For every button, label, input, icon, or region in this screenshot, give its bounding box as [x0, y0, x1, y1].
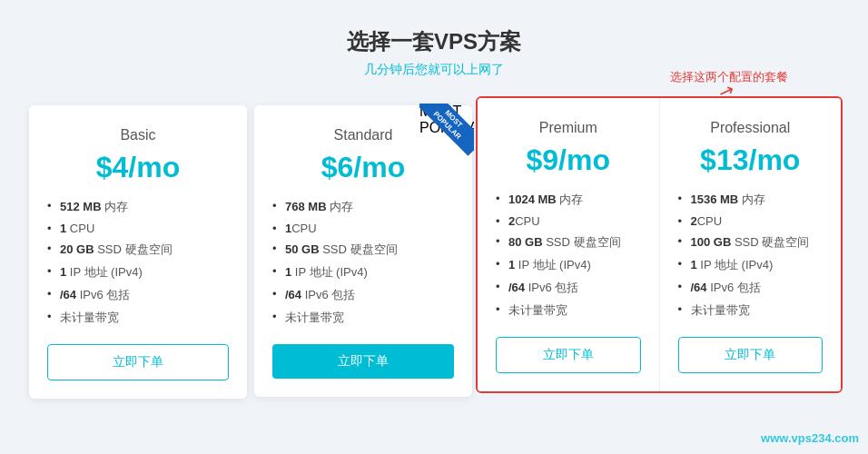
badge-ribbon-text: MOSTPOPULAR: [419, 104, 474, 156]
plans-container: 选择这两个配置的套餐 ↙ Basic $4/mo 512 MB 内存 1 CPU…: [25, 96, 843, 408]
plan-price-professional: $13/mo: [678, 143, 824, 177]
feature-item: 50 GB SSD 硬盘空间: [272, 242, 454, 258]
plan-card-professional: Professional $13/mo 1536 MB 内存 2CPU 100 …: [659, 98, 842, 391]
feature-item: 1 IP 地址 (IPv4): [496, 257, 641, 273]
feature-item: 512 MB 内存: [47, 199, 229, 215]
order-button-premium[interactable]: 立即下单: [496, 337, 641, 373]
plan-name-premium: Premium: [496, 120, 641, 136]
feature-item: 80 GB SSD 硬盘空间: [496, 234, 641, 251]
plan-features-basic: 512 MB 内存 1 CPU 20 GB SSD 硬盘空间 1 IP 地址 (…: [47, 199, 229, 326]
feature-item: 2CPU: [496, 214, 641, 228]
most-popular-badge: MOSTPOPULAR: [419, 104, 474, 158]
plan-card-basic: Basic $4/mo 512 MB 内存 1 CPU 20 GB SSD 硬盘…: [29, 105, 247, 399]
order-button-standard[interactable]: 立即下单: [272, 344, 454, 379]
plan-card-standard: MOSTPOPULAR Standard $6/mo 768 MB 内存 1CP…: [254, 105, 472, 397]
feature-item: 未计量带宽: [272, 310, 454, 326]
feature-item: 100 GB SSD 硬盘空间: [678, 234, 824, 251]
feature-item: 未计量带宽: [496, 302, 641, 319]
order-button-professional[interactable]: 立即下单: [678, 337, 824, 373]
page-title: 选择一套VPS方案: [347, 27, 521, 56]
watermark: www.vps234.com: [761, 431, 859, 445]
feature-item: 1 IP 地址 (IPv4): [678, 257, 824, 273]
plan-features-premium: 1024 MB 内存 2CPU 80 GB SSD 硬盘空间 1 IP 地址 (…: [496, 192, 641, 319]
plan-features-standard: 768 MB 内存 1CPU 50 GB SSD 硬盘空间 1 IP 地址 (I…: [272, 199, 454, 326]
page-subtitle: 几分钟后您就可以上网了: [364, 62, 504, 78]
feature-item: 2CPU: [678, 214, 824, 228]
plan-name-basic: Basic: [47, 127, 229, 143]
plan-price-basic: $4/mo: [47, 151, 229, 184]
feature-item: 未计量带宽: [678, 302, 824, 319]
feature-item: /64 IPv6 包括: [496, 280, 641, 296]
feature-item: 1536 MB 内存: [678, 192, 824, 208]
plan-features-professional: 1536 MB 内存 2CPU 100 GB SSD 硬盘空间 1 IP 地址 …: [678, 192, 824, 319]
feature-item: 768 MB 内存: [272, 199, 454, 215]
highlighted-plans-group: Premium $9/mo 1024 MB 内存 2CPU 80 GB SSD …: [476, 96, 843, 393]
feature-item: /64 IPv6 包括: [47, 287, 229, 303]
feature-item: 1024 MB 内存: [496, 192, 641, 208]
feature-item: 1 CPU: [47, 222, 229, 235]
feature-item: 20 GB SSD 硬盘空间: [47, 242, 229, 258]
feature-item: 未计量带宽: [47, 310, 229, 326]
feature-item: 1 IP 地址 (IPv4): [47, 264, 229, 281]
feature-item: 1CPU: [272, 222, 454, 235]
annotation: 选择这两个配置的套餐 ↙: [670, 69, 788, 104]
feature-item: /64 IPv6 包括: [678, 280, 824, 296]
plan-card-premium: Premium $9/mo 1024 MB 内存 2CPU 80 GB SSD …: [478, 98, 659, 391]
order-button-basic[interactable]: 立即下单: [47, 344, 229, 380]
feature-item: 1 IP 地址 (IPv4): [272, 264, 454, 281]
plan-name-professional: Professional: [678, 120, 824, 136]
plan-price-premium: $9/mo: [496, 143, 641, 177]
feature-item: /64 IPv6 包括: [272, 287, 454, 303]
